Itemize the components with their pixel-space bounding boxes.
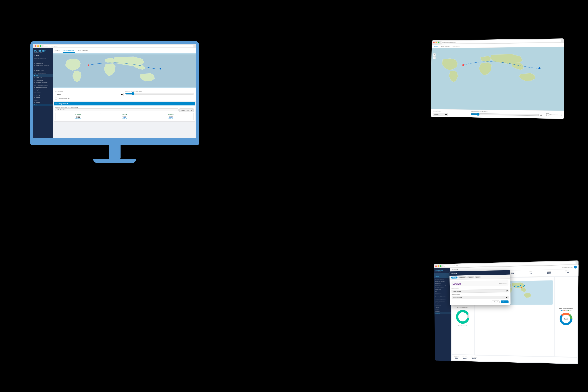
dash-item-topology2[interactable]: Topology	[434, 306, 451, 308]
win1-contract-select[interactable]: 1 month	[432, 113, 448, 116]
source-next-button[interactable]: Next →	[501, 300, 508, 303]
monitor-chin	[30, 140, 199, 145]
svg-point-16	[518, 286, 520, 287]
sidebar-item-quotes[interactable]: Quotes	[33, 104, 53, 106]
sidebar-item-cee[interactable]: Cloud Express Exchange	[33, 64, 53, 67]
sidebar-item-platform[interactable]: Platform Environment	[33, 86, 53, 89]
contract-select[interactable]: 1 month	[55, 93, 124, 96]
sidebar-item-topology[interactable]: Topology	[33, 94, 53, 96]
win1-tab-coverage[interactable]: Service Coverage	[440, 44, 450, 48]
sidebar-item-pinboard[interactable]: Pinboard	[33, 96, 53, 98]
sidebar-logo-sub: network solutions	[34, 52, 52, 53]
home-icon: ⌂	[34, 55, 35, 56]
svg-point-1	[88, 64, 89, 66]
dash-item-ping2[interactable]: Ping Metric	[434, 302, 451, 304]
coverage-search-input[interactable]	[55, 108, 178, 111]
win1-tl-green[interactable]	[438, 42, 440, 43]
source-modal-title: Source	[452, 272, 457, 274]
section-inquiry: INQUIRY	[33, 98, 53, 101]
win2-tl-yellow[interactable]	[438, 265, 439, 267]
tab-quotes[interactable]: Quotes	[55, 48, 60, 53]
sidebar-item-ping[interactable]: Ping Metric	[33, 89, 53, 91]
section-network-mgmt: NETWORK MANAGEMENT	[33, 84, 53, 86]
tl-green[interactable]	[40, 45, 41, 47]
win1-tl-yellow[interactable]	[436, 42, 437, 43]
win1-bandwidth-group: Select service bandwidth (Mbps) 100	[470, 111, 542, 117]
sidebar-item-sdwan[interactable]: SD-WAN Page	[33, 69, 53, 72]
dash-avatar[interactable]: 👤	[574, 266, 577, 268]
cloud-donut-svg: Total	[559, 312, 573, 326]
win2-tl-red[interactable]	[435, 266, 437, 267]
dash-home-item[interactable]: ⌂ Home	[434, 273, 450, 278]
dash-item-platform2[interactable]: Platform Environment	[434, 300, 451, 302]
sidebar-item-dci-burst[interactable]: DCI Burstable	[33, 77, 53, 79]
tab-price-calc[interactable]: Price Calculator	[78, 48, 88, 53]
donut-svg	[455, 309, 470, 324]
carrier-card-3[interactable]: e.reach B-Reach equinix Equinix TY1	[148, 113, 194, 120]
source-modal-body: LUMEN Carrier Network Select Location Se…	[450, 279, 510, 305]
source-location-select[interactable]: Select Location	[452, 289, 508, 293]
sidebar-item-recovery[interactable]: Recovery On-Demand	[33, 81, 53, 84]
win1-tab-active[interactable]: Quotes	[433, 44, 438, 48]
sidebar-item-port[interactable]: Port	[33, 60, 53, 62]
monitor-titlebar: DCConnect Coverage Search	[33, 44, 196, 48]
cloud-legend-3: GCP	[568, 310, 572, 311]
bottom-stat-val-dc: 838	[454, 357, 459, 359]
step-destination: Destination	[458, 276, 467, 278]
section-network-connect: NETWORK CONNECT	[33, 72, 53, 74]
carrier-logo-3: e.reach	[168, 114, 174, 116]
sidebar-item-cloud-express[interactable]: Cloud Express	[33, 62, 53, 64]
carrier-logo-1: e.reach	[75, 114, 81, 116]
carrier-id-3: Equinix TY1	[168, 118, 174, 119]
win1-form-row: Contract Period 1 month Select service b…	[432, 110, 562, 118]
win1-show-conn-checkbox[interactable]	[546, 113, 549, 116]
monitor-addressbar[interactable]: DCConnect Coverage Search	[44, 45, 194, 48]
bottom-stat-en: Edge Nodes 8410	[462, 356, 468, 360]
sidebar-item-enquiry[interactable]: Enquiry	[33, 101, 53, 104]
bandwidth-slider[interactable]	[125, 92, 194, 95]
monitor-sidebar: DCconnect network solutions ⌂ Home NETWO…	[33, 48, 53, 138]
bandwidth-group: Select service bandwidth (Mbps)	[125, 90, 194, 96]
section-network-services: NETWORK SERVICES	[33, 57, 53, 60]
tab-service-coverage[interactable]: Service Coverage	[63, 48, 75, 53]
browser-window-1: portal.dcconnectglobal.com Quotes Servic…	[431, 38, 564, 119]
win1-url: portal.dcconnectglobal.com	[442, 41, 456, 43]
bottom-stat-val-ta: 8396	[472, 358, 477, 360]
tl-red[interactable]	[35, 45, 36, 47]
win1-bw-value: 100	[540, 114, 542, 116]
sidebar-item-dci[interactable]: DCI	[33, 74, 53, 77]
dash-item-enquiry2[interactable]: Producer	[434, 310, 451, 312]
win2-tl-green[interactable]	[440, 265, 442, 267]
show-connections-checkbox[interactable]	[55, 97, 57, 100]
tl-yellow[interactable]	[37, 45, 39, 47]
dash-item-analytics[interactable]: Analytics	[434, 312, 451, 314]
dash-user-label: DCConnect Admin U...	[562, 266, 572, 268]
source-cancel-button[interactable]: Cancel	[492, 300, 500, 303]
win1-tab-price[interactable]: Price Calculator	[452, 44, 461, 48]
win1-contract-label: Contract Period	[433, 110, 467, 112]
win1-tl-red[interactable]	[433, 42, 435, 43]
win1-bw-slider[interactable]	[471, 112, 539, 116]
carrier-card-1[interactable]: e.reach B-Reach cologix Cologix 512	[55, 113, 101, 120]
cloud-legend-1: AWS	[560, 310, 564, 311]
source-bandwidth-select[interactable]: Select Bandwidth	[452, 296, 508, 299]
source-actions: Cancel Next →	[452, 300, 508, 304]
monitor-stand-neck	[109, 145, 120, 159]
bottom-stat-dc: Data Center 838	[454, 356, 459, 359]
cloud-legend: AWS Azure GCP	[560, 310, 571, 311]
carrier-filter-select[interactable]: Carrier / Region	[179, 108, 194, 112]
cloud-legend-2: Azure	[564, 310, 568, 311]
show-connections-label: Show connections only	[55, 97, 194, 100]
source-modal: Source Source Destination Options Quote …	[450, 270, 510, 305]
home-item[interactable]: ⌂ Home	[33, 54, 53, 57]
win1-show-conn-group: Show connections only	[546, 112, 562, 118]
dash-logo: DCconnect network solutions	[434, 268, 450, 274]
coverage-title: Coverage Search	[54, 102, 195, 106]
carrier-card-2[interactable]: e.reach B-Reach equinix Equinix 186	[102, 113, 148, 120]
sidebar-item-isdne[interactable]: Instaled SDN	[33, 67, 53, 69]
sidebar-item-dci-exchange[interactable]: DCI Exchange	[33, 79, 53, 81]
donut-sublabel: Top 10 Customer SIM	[458, 325, 467, 326]
sidebar-logo: DCconnect network solutions	[33, 48, 53, 54]
svg-point-20	[524, 284, 525, 286]
browser-window-2: portal.dcconnectglobal.com DCconnect net…	[434, 260, 578, 364]
